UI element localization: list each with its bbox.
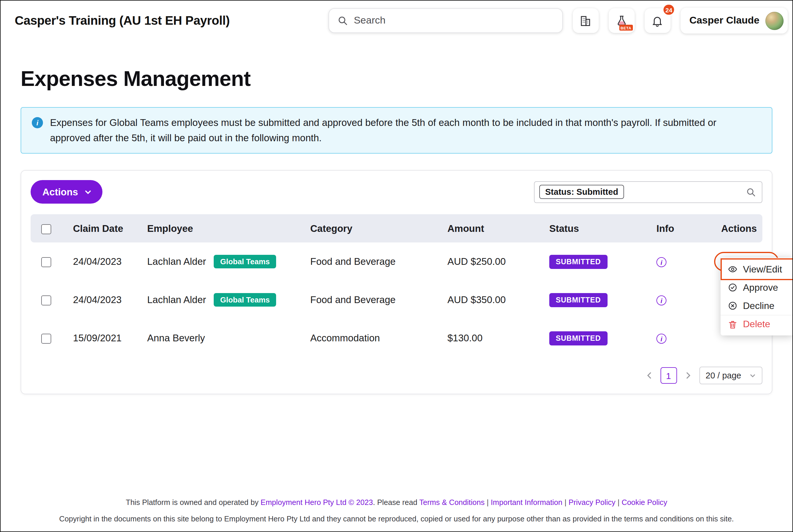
link-terms-conditions[interactable]: Terms & Conditions [419, 498, 485, 507]
table-row: 24/04/2023 Lachlan Alder Global Teams Fo… [31, 281, 762, 319]
employee-name: Anna Beverly [147, 332, 205, 344]
status-badge: SUBMITTED [549, 293, 607, 307]
footer-text: . Please read [373, 498, 419, 507]
column-header-employee: Employee [147, 223, 310, 234]
employee-name: Lachlan Alder [147, 256, 206, 267]
row-checkbox[interactable] [41, 257, 51, 267]
link-employment-hero[interactable]: Employment Hero Pty Ltd © 2023 [261, 498, 373, 507]
prev-page-button[interactable] [644, 367, 654, 384]
trash-icon [728, 319, 738, 329]
top-bar-right: BETA 24 Casper Claude [328, 8, 788, 34]
info-banner: i Expenses for Global Teams employees mu… [21, 107, 772, 154]
employee-cell: Anna Beverly [147, 332, 310, 344]
link-important-information[interactable]: Important Information [491, 498, 562, 507]
check-circle-icon [728, 283, 738, 292]
building-icon [580, 14, 592, 27]
status-cell: SUBMITTED [549, 293, 656, 307]
eye-icon [728, 264, 738, 274]
app-window: Casper's Training (AU 1st EH Payroll) BE… [0, 0, 793, 532]
claim-date-cell: 24/04/2023 [73, 294, 147, 305]
link-cookie-policy[interactable]: Cookie Policy [622, 498, 667, 507]
x-circle-icon [728, 301, 738, 311]
menu-item-label: Decline [743, 300, 774, 311]
status-badge: SUBMITTED [549, 331, 607, 345]
amount-cell: AUD $250.00 [448, 256, 549, 267]
footer-separator: | [565, 498, 567, 507]
info-cell: i [656, 332, 721, 344]
page-size-select[interactable]: 20 / page [699, 367, 762, 384]
column-header-actions: Actions [721, 223, 762, 234]
amount-cell: $130.00 [448, 332, 549, 344]
notifications-button[interactable]: 24 [645, 8, 671, 33]
menu-item-view-edit[interactable]: View/Edit [721, 260, 793, 278]
top-bar: Casper's Training (AU 1st EH Payroll) BE… [1, 1, 792, 41]
expenses-card: Actions Status: Submitted Claim Dat [21, 170, 772, 394]
column-header-amount: Amount [448, 223, 549, 234]
card-toolbar: Actions Status: Submitted [31, 180, 762, 204]
beta-features-button[interactable]: BETA [609, 8, 635, 33]
status-cell: SUBMITTED [549, 331, 656, 345]
claim-date-cell: 24/04/2023 [73, 256, 147, 267]
global-search[interactable] [328, 8, 563, 33]
footer-separator: | [618, 498, 620, 507]
notification-count-badge: 24 [663, 3, 675, 16]
filter-search-icon[interactable] [746, 187, 756, 197]
menu-item-delete[interactable]: Delete [721, 315, 793, 333]
table-row: 15/09/2021 Anna Beverly Accommodation $1… [31, 319, 762, 357]
row-info-icon[interactable]: i [656, 258, 666, 267]
row-info-icon[interactable]: i [656, 296, 666, 306]
current-page[interactable]: 1 [660, 367, 677, 384]
menu-item-label: Approve [743, 282, 778, 293]
row-checkbox[interactable] [41, 334, 51, 344]
org-switcher-button[interactable] [573, 8, 599, 33]
info-cell: i [656, 294, 721, 306]
column-header-status: Status [549, 223, 656, 234]
category-cell: Food and Beverage [310, 294, 448, 305]
avatar [765, 12, 783, 30]
chevron-down-icon [84, 188, 92, 196]
search-input[interactable] [354, 15, 554, 26]
column-header-category: Category [310, 223, 448, 234]
chevron-down-icon [750, 372, 756, 379]
next-page-button[interactable] [683, 367, 693, 384]
info-cell: i [656, 256, 721, 267]
footer-legal-line: This Platform is owned and operated by E… [1, 497, 792, 508]
menu-item-label: Delete [743, 319, 770, 329]
global-teams-badge: Global Teams [214, 255, 277, 268]
footer: This Platform is owned and operated by E… [1, 497, 792, 524]
employee-name: Lachlan Alder [147, 294, 206, 305]
info-banner-text: Expenses for Global Teams employees must… [50, 115, 759, 145]
main-content: Expenses Management i Expenses for Globa… [1, 66, 792, 394]
app-title: Casper's Training (AU 1st EH Payroll) [15, 14, 230, 28]
menu-item-approve[interactable]: Approve [721, 278, 793, 297]
user-name: Casper Claude [690, 15, 759, 26]
expenses-table: Claim Date Employee Category Amount Stat… [31, 214, 762, 357]
page-size-value: 20 / page [705, 371, 741, 380]
category-cell: Food and Beverage [310, 256, 448, 267]
employee-cell: Lachlan Alder Global Teams [147, 293, 310, 307]
amount-cell: AUD $350.00 [448, 294, 549, 305]
employee-cell: Lachlan Alder Global Teams [147, 255, 310, 268]
column-header-claim-date: Claim Date [73, 223, 147, 234]
menu-item-decline[interactable]: Decline [721, 297, 793, 315]
bulk-actions-button[interactable]: Actions [31, 180, 102, 204]
footer-text: This Platform is owned and operated by [126, 498, 261, 507]
bell-icon [652, 14, 664, 27]
column-header-info: Info [656, 223, 721, 234]
select-all-checkbox[interactable] [41, 224, 51, 234]
status-filter-input[interactable]: Status: Submitted [534, 181, 762, 203]
page-title: Expenses Management [21, 66, 772, 91]
footer-separator: | [487, 498, 489, 507]
search-icon [337, 15, 348, 26]
row-checkbox[interactable] [41, 296, 51, 305]
global-teams-badge: Global Teams [214, 293, 277, 307]
status-filter-tag[interactable]: Status: Submitted [539, 185, 624, 199]
user-menu-button[interactable]: Casper Claude [681, 8, 788, 34]
beta-badge: BETA [619, 25, 633, 31]
menu-item-label: View/Edit [743, 264, 782, 274]
info-icon: i [32, 117, 43, 128]
claim-date-cell: 15/09/2021 [73, 332, 147, 344]
row-actions-menu: View/Edit Approve Decline Delete [721, 258, 793, 336]
row-info-icon[interactable]: i [656, 334, 666, 344]
link-privacy-policy[interactable]: Privacy Policy [568, 498, 615, 507]
